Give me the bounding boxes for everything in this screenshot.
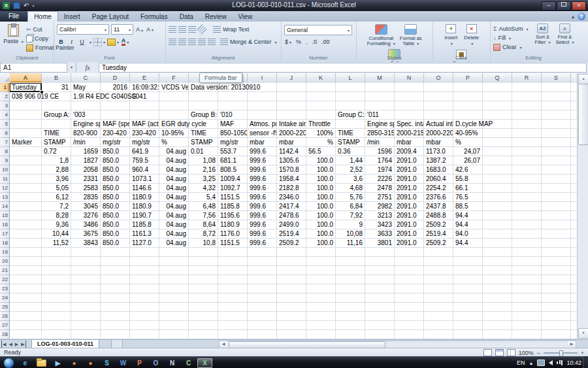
- cell-D11[interactable]: 850.0: [101, 175, 129, 183]
- fill-button[interactable]: ↓Fill▾: [493, 33, 529, 42]
- cell-N18[interactable]: 2091.0: [395, 239, 423, 247]
- cell-K6[interactable]: 100%: [306, 129, 335, 137]
- number-format-select[interactable]: General▾: [284, 25, 352, 35]
- cell-M9[interactable]: 1764: [365, 156, 394, 165]
- cell-G13[interactable]: 5,4: [189, 193, 218, 201]
- column-header-R[interactable]: R: [512, 73, 542, 82]
- cell-M14[interactable]: 2982: [365, 202, 394, 210]
- clear-button[interactable]: Clear▾: [493, 42, 529, 52]
- cell-I10[interactable]: 999.6: [248, 165, 276, 174]
- scroll-up-button[interactable]: ▴: [578, 74, 588, 84]
- cell-G7[interactable]: STAMP: [189, 138, 218, 146]
- cell-E7[interactable]: mg/str: [130, 138, 159, 146]
- cell-E10[interactable]: 960.4: [130, 165, 159, 174]
- taskbar-icon-powerpoint[interactable]: P: [132, 358, 147, 368]
- next-sheet-button[interactable]: ▶: [15, 341, 18, 348]
- cell-B15[interactable]: 8,28: [42, 211, 71, 220]
- cell-O18[interactable]: 2509.2: [424, 239, 453, 247]
- cell-H12[interactable]: 1092.7: [218, 184, 247, 192]
- row-header-16[interactable]: 16: [0, 220, 9, 229]
- cell-P14[interactable]: 88.5: [453, 202, 482, 210]
- cell-D9[interactable]: 850.0: [101, 156, 129, 165]
- cell-L17[interactable]: 10,08: [336, 229, 365, 238]
- cell-C10[interactable]: 2058: [71, 165, 100, 174]
- cell-I16[interactable]: 999.6: [248, 220, 276, 229]
- tab-data[interactable]: Data: [174, 12, 199, 22]
- accounting-format-button[interactable]: $▾: [285, 39, 291, 45]
- percent-style-button[interactable]: %: [296, 39, 301, 45]
- insert-cells-button[interactable]: + Insert ▾: [442, 24, 460, 47]
- cell-O14[interactable]: 2437.8: [424, 202, 453, 210]
- column-header-C[interactable]: C: [71, 73, 101, 82]
- merge-center-button[interactable]: Merge & Center▾: [220, 37, 277, 46]
- row-header-13[interactable]: 13: [0, 193, 9, 202]
- cell-P9[interactable]: 26,07: [453, 156, 482, 165]
- cell-M8[interactable]: 1596: [365, 147, 394, 156]
- last-sheet-button[interactable]: ▶: [21, 341, 25, 348]
- cell-P12[interactable]: 66.1: [453, 184, 482, 192]
- column-header-I[interactable]: I: [248, 73, 277, 82]
- row-header-9[interactable]: 9: [0, 156, 9, 165]
- cell-H9[interactable]: 681.1: [218, 156, 247, 165]
- cell-L7[interactable]: STAMP: [336, 138, 365, 146]
- cell-B7[interactable]: STAMP: [42, 138, 71, 146]
- cell-C13[interactable]: 2835: [71, 193, 100, 201]
- cell-N10[interactable]: 2091.0: [395, 165, 423, 174]
- zoom-out-button[interactable]: –: [537, 350, 540, 356]
- row-header-12[interactable]: 12: [0, 184, 9, 193]
- tab-file[interactable]: File: [0, 11, 27, 22]
- grid[interactable]: Tuesday31May201616:09:32:6VCDS VersData …: [10, 83, 577, 339]
- row-header-2[interactable]: 2: [0, 92, 9, 101]
- select-all-button[interactable]: [0, 73, 10, 82]
- cell-O16[interactable]: 2509.2: [424, 220, 453, 229]
- conditional-formatting-button[interactable]: Conditional Formatting ▾: [366, 24, 396, 46]
- view-normal-button[interactable]: [483, 349, 492, 356]
- cell-N16[interactable]: 2091.0: [395, 220, 423, 229]
- cell-G6[interactable]: TIME: [189, 129, 218, 137]
- cell-H11[interactable]: 1009.4: [218, 175, 247, 183]
- cell-F15[interactable]: 04.aug: [159, 211, 188, 220]
- previous-sheet-button[interactable]: ◀: [8, 341, 12, 348]
- align-bottom-icon[interactable]: [188, 26, 196, 33]
- cell-I17[interactable]: 999.6: [248, 229, 276, 238]
- cell-L13[interactable]: 5,76: [336, 193, 365, 201]
- shrink-font-button[interactable]: A▾: [146, 25, 154, 34]
- cell-H6[interactable]: 850-1050: [218, 129, 247, 137]
- cell-E18[interactable]: 1127.0: [130, 239, 159, 247]
- cell-K11[interactable]: 100.0: [306, 175, 335, 183]
- row-header-11[interactable]: 11: [0, 175, 9, 184]
- cell-N7[interactable]: mbar: [395, 138, 423, 146]
- close-button[interactable]: ×: [572, 1, 586, 10]
- cell-D16[interactable]: 850.0: [101, 220, 129, 229]
- fx-icon[interactable]: fx: [76, 64, 99, 71]
- cell-D8[interactable]: 850.0: [101, 147, 129, 156]
- cell-C18[interactable]: 3843: [71, 239, 100, 247]
- cell-O13[interactable]: 2376.6: [424, 193, 453, 201]
- cell-B17[interactable]: 10,44: [42, 229, 71, 238]
- cell-N9[interactable]: 2091.0: [395, 156, 423, 165]
- scroll-down-button[interactable]: ▾: [578, 328, 588, 339]
- column-header-Q[interactable]: Q: [483, 73, 512, 82]
- taskbar-icon-firefox[interactable]: ●: [83, 358, 98, 368]
- align-left-icon[interactable]: [169, 39, 176, 45]
- cell-I6[interactable]: sensor -f9: [248, 129, 276, 137]
- cell-J9[interactable]: 1305.6: [277, 156, 306, 165]
- hidden-icons-button[interactable]: ▲: [529, 361, 534, 365]
- row-header-26[interactable]: 26: [0, 312, 9, 321]
- cell-B8[interactable]: 0.72: [42, 147, 71, 156]
- cell-L15[interactable]: 7,92: [336, 211, 365, 220]
- cell-C7[interactable]: /min: [71, 138, 100, 146]
- zoom-slider[interactable]: [544, 352, 578, 354]
- font-name-select[interactable]: Calibri▾: [57, 24, 109, 35]
- cell-M11[interactable]: 2226: [365, 175, 394, 183]
- name-box[interactable]: A1: [0, 63, 67, 73]
- view-page-break-button[interactable]: [507, 349, 515, 356]
- cell-P15[interactable]: 94.4: [453, 211, 482, 220]
- cell-B13[interactable]: 6,12: [42, 193, 71, 201]
- taskbar-icon-media-player[interactable]: ▶: [50, 358, 65, 368]
- cell-N6[interactable]: 2000-2150: [395, 129, 423, 137]
- cell-O17[interactable]: 2519.4: [424, 229, 453, 238]
- cell-M12[interactable]: 2478: [365, 184, 394, 192]
- cell-J12[interactable]: 2182.8: [277, 184, 306, 192]
- cell-E11[interactable]: 1073.1: [130, 175, 159, 183]
